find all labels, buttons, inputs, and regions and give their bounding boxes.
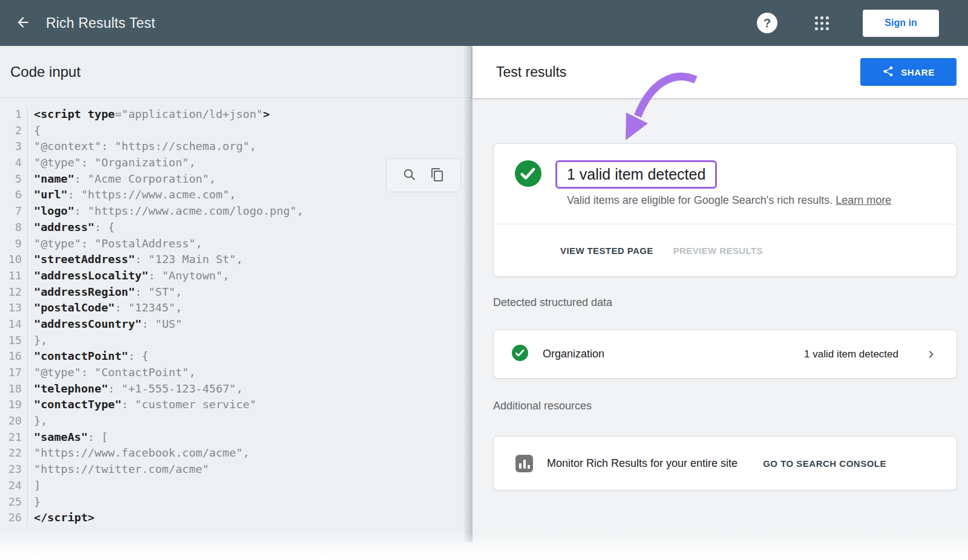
line-number: 3 <box>0 138 28 155</box>
line-number: 25 <box>0 494 28 510</box>
code-line: 25} <box>0 494 473 510</box>
code-line: 9"@type": "PostalAddress", <box>0 236 473 252</box>
code-line: 23"https://twitter.com/acme" <box>0 461 473 478</box>
code-input-header: Code input <box>0 46 473 98</box>
line-code: { <box>28 123 41 139</box>
additional-resources-label: Additional resources <box>493 400 592 412</box>
line-code: "sameAs": [ <box>28 429 108 446</box>
line-code: "@type": "ContactPoint", <box>28 365 195 381</box>
line-code: "@type": "Organization", <box>28 155 195 171</box>
code-line: 22"https://www.facebook.com/acme", <box>0 445 473 461</box>
test-results-title: Test results <box>496 64 860 80</box>
line-code: ] <box>28 478 41 494</box>
line-code: <script type="application/ld+json"> <box>28 106 270 123</box>
result-subtitle: Valid items are eligible for Google Sear… <box>567 194 891 207</box>
line-number: 9 <box>0 236 28 252</box>
line-code: }, <box>28 333 47 349</box>
line-number: 26 <box>0 510 28 526</box>
help-button[interactable]: ? <box>757 13 777 33</box>
line-code: "@type": "PostalAddress", <box>28 236 202 252</box>
test-results-panel: Test results SHARE 1 valid item det <box>473 46 968 560</box>
code-line: 16"contactPoint": { <box>0 348 473 365</box>
result-main: 1 valid item detected Valid items are el… <box>494 144 957 207</box>
help-icon: ? <box>764 16 771 30</box>
resource-row: Monitor Rich Results for your entire sit… <box>493 436 957 490</box>
code-line: 19"contactType": "customer service" <box>0 397 473 413</box>
code-line: 11"addressLocality": "Anytown", <box>0 268 473 284</box>
code-line: 14"addressCountry": "US" <box>0 316 473 333</box>
preview-results-button[interactable]: PREVIEW RESULTS <box>673 242 763 259</box>
line-number: 11 <box>0 268 28 284</box>
code-toolbar <box>386 158 461 192</box>
view-tested-page-button[interactable]: VIEW TESTED PAGE <box>560 242 653 259</box>
share-button[interactable]: SHARE <box>860 58 957 86</box>
result-card-footer: VIEW TESTED PAGE PREVIEW RESULTS <box>494 224 957 276</box>
check-circle-icon <box>515 160 541 189</box>
line-number: 2 <box>0 123 28 139</box>
code-line: 10"streetAddress": "123 Main St", <box>0 252 473 268</box>
line-code: "postalCode": "12345", <box>28 300 182 316</box>
learn-more-link[interactable]: Learn more <box>836 194 891 206</box>
copy-icon <box>430 168 445 184</box>
rich-results-test-app: Rich Results Test ? Sign in Code input 1… <box>0 0 968 560</box>
code-editor[interactable]: 1<script type="application/ld+json">2{3"… <box>0 98 473 526</box>
line-number: 19 <box>0 397 28 413</box>
line-code: </script> <box>28 510 94 526</box>
result-title: 1 valid item detected <box>567 166 705 183</box>
code-line: 7"logo": "https://www.acme.com/logo.png"… <box>0 203 473 220</box>
line-code: "url": "https://www.acme.com", <box>28 187 236 203</box>
line-code: "contactPoint": { <box>28 348 148 365</box>
detected-structured-data-label: Detected structured data <box>493 296 612 309</box>
detected-item-row-organization[interactable]: Organization 1 valid item detected <box>493 330 957 379</box>
back-arrow-icon <box>15 15 31 32</box>
result-subtitle-text: Valid items are eligible for Google Sear… <box>567 194 832 206</box>
code-line: 8"address": { <box>0 220 473 236</box>
line-code: "@context": "https://schema.org", <box>28 138 257 155</box>
line-number: 24 <box>0 478 28 494</box>
go-to-search-console-button[interactable]: GO TO SEARCH CONSOLE <box>759 458 890 469</box>
line-code: "addressCountry": "US" <box>28 316 182 333</box>
line-number: 1 <box>0 106 28 123</box>
code-line: 20}, <box>0 413 473 429</box>
line-code: }, <box>28 413 47 429</box>
apps-grid-icon <box>815 16 829 30</box>
panel-divider <box>463 46 473 542</box>
code-line: 18"telephone": "+1-555-123-4567", <box>0 381 473 397</box>
sign-in-button[interactable]: Sign in <box>863 10 939 37</box>
detected-item-status: 1 valid item detected <box>804 348 898 360</box>
line-number: 5 <box>0 171 28 187</box>
line-code: "addressLocality": "Anytown", <box>28 268 229 284</box>
page-title: Rich Results Test <box>46 15 757 31</box>
back-button[interactable] <box>11 11 35 35</box>
code-line: 1<script type="application/ld+json"> <box>0 106 473 123</box>
line-number: 15 <box>0 333 28 349</box>
line-number: 23 <box>0 461 28 478</box>
line-number: 12 <box>0 284 28 301</box>
check-circle-icon <box>512 345 528 363</box>
bar-chart-icon <box>515 455 533 472</box>
search-icon <box>402 168 417 184</box>
line-number: 14 <box>0 316 28 333</box>
search-button[interactable] <box>402 168 417 184</box>
code-input-panel: Code input 1<script type="application/ld… <box>0 46 473 560</box>
resource-text: Monitor Rich Results for your entire sit… <box>547 457 737 470</box>
code-line: 17"@type": "ContactPoint", <box>0 365 473 381</box>
code-input-title: Code input <box>10 63 80 80</box>
apps-button[interactable] <box>813 14 831 33</box>
line-number: 16 <box>0 348 28 365</box>
line-number: 10 <box>0 252 28 268</box>
line-number: 8 <box>0 220 28 236</box>
line-number: 17 <box>0 365 28 381</box>
line-code: "contactType": "customer service" <box>28 397 257 413</box>
code-line: 26</script> <box>0 510 473 526</box>
line-number: 21 <box>0 429 28 446</box>
line-code: "telephone": "+1-555-123-4567", <box>28 381 243 397</box>
line-number: 18 <box>0 381 28 397</box>
copy-button[interactable] <box>430 168 445 184</box>
result-summary-card: 1 valid item detected Valid items are el… <box>493 143 957 277</box>
line-number: 7 <box>0 203 28 220</box>
line-code: "address": { <box>28 220 115 236</box>
chevron-right-icon <box>924 347 938 362</box>
share-icon <box>882 65 894 79</box>
line-number: 20 <box>0 413 28 429</box>
